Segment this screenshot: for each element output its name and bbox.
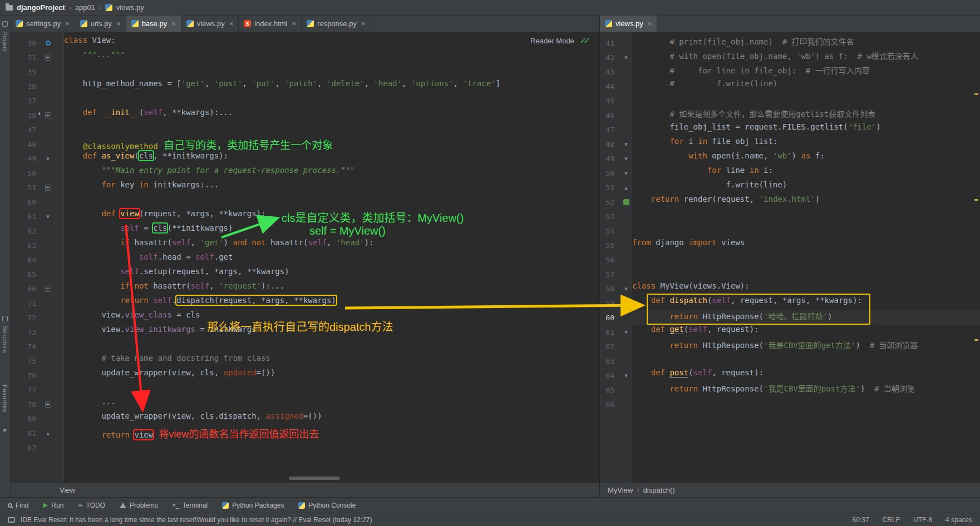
line-number[interactable]: 51: [11, 183, 36, 192]
gutter-line[interactable]: 66+: [11, 281, 63, 296]
line-number[interactable]: 45: [600, 97, 614, 105]
breadcrumb-project[interactable]: djangoProject: [17, 3, 65, 12]
code-line[interactable]: update_wrapper(view, cls, updated=()): [64, 368, 599, 383]
left-editor-code-area[interactable]: 3031+35363738*+474849▾5051+6061▾62636465…: [11, 32, 599, 483]
fold-icon[interactable]: ▾: [620, 54, 632, 61]
gutter-line[interactable]: 56: [600, 252, 632, 267]
run-toolwindow-button[interactable]: Run: [43, 502, 63, 509]
warning-stripe-mark[interactable]: [974, 339, 978, 341]
tool-stripe-favorites[interactable]: Favorites: [2, 385, 8, 413]
python-console-toolwindow-button[interactable]: Python Console: [298, 502, 356, 509]
tab-settings-py[interactable]: settings.py×: [11, 16, 75, 32]
tool-stripe-project[interactable]: Project: [2, 31, 8, 52]
tab-views-py[interactable]: views.py×: [600, 16, 657, 32]
line-number[interactable]: 61: [600, 328, 614, 336]
line-number[interactable]: 54: [600, 227, 614, 235]
gutter-line[interactable]: 61▾: [11, 209, 63, 224]
gutter-line[interactable]: 44: [600, 79, 632, 93]
gutter-line[interactable]: 72: [11, 310, 63, 325]
gutter-line[interactable]: 51+: [11, 180, 63, 195]
gutter-line[interactable]: 78+: [11, 397, 63, 411]
code-line[interactable]: [632, 93, 980, 108]
code-line[interactable]: with open(i.name, 'wb') as f:: [632, 151, 980, 166]
code-line[interactable]: [64, 195, 599, 209]
tool-windows-icon[interactable]: [8, 517, 15, 523]
line-number[interactable]: 60: [600, 314, 614, 322]
close-icon[interactable]: ×: [65, 19, 70, 28]
python-packages-toolwindow-button[interactable]: Python Packages: [222, 502, 284, 509]
code-line[interactable]: return HttpResponse('哈哈。拦路打劫'): [632, 310, 980, 325]
code-line[interactable]: def dispatch(self, request, *args, **kwa…: [632, 296, 980, 310]
close-icon[interactable]: ×: [229, 19, 234, 28]
code-line[interactable]: f.write(line): [632, 180, 980, 195]
line-number[interactable]: 42: [600, 53, 614, 62]
code-line[interactable]: [632, 354, 980, 368]
line-number[interactable]: 37: [11, 97, 36, 105]
line-number[interactable]: 81: [11, 429, 36, 438]
line-number[interactable]: 31: [11, 53, 36, 62]
line-number[interactable]: 35: [11, 68, 36, 76]
gutter-line[interactable]: 53: [600, 209, 632, 224]
line-number[interactable]: 46: [600, 111, 614, 120]
status-message[interactable]: IDE Eval Reset: It has been a long time …: [21, 516, 372, 524]
line-number[interactable]: 30: [11, 39, 36, 47]
gutter-line[interactable]: 42▾: [600, 50, 632, 64]
gutter-line[interactable]: 73: [11, 325, 63, 339]
code-line[interactable]: for i in file_obj_list:: [632, 137, 980, 151]
code-line[interactable]: def as_view(cls, **initkwargs):: [64, 151, 599, 166]
right-editor-gutter[interactable]: 4142▾434445464748▾49▾50▾51▴5253545556575…: [600, 32, 632, 483]
line-number[interactable]: 50: [600, 169, 614, 177]
line-number[interactable]: 57: [600, 270, 614, 279]
tab-base-py[interactable]: base.py×: [126, 16, 181, 32]
code-line[interactable]: [632, 252, 980, 267]
code-line[interactable]: [64, 383, 599, 397]
gutter-line[interactable]: 45: [600, 93, 632, 108]
tab-index-html[interactable]: 5index.html×: [239, 16, 302, 32]
gutter-line[interactable]: 36: [11, 79, 63, 93]
code-line[interactable]: def view(request, *args, **kwargs):: [64, 209, 599, 224]
caret-position[interactable]: 60:37: [853, 516, 869, 524]
line-number[interactable]: 48: [11, 140, 36, 148]
close-icon[interactable]: ×: [361, 19, 366, 28]
gutter-line[interactable]: 82: [11, 440, 63, 455]
gutter-line[interactable]: 49▾: [600, 151, 632, 166]
reader-mode-label[interactable]: Reader Mode: [530, 37, 574, 45]
code-line[interactable]: http_method_names = ['get', 'post', 'put…: [64, 79, 599, 93]
breadcrumb-app01[interactable]: app01: [75, 3, 95, 12]
gutter-line[interactable]: 62: [600, 339, 632, 354]
indent-style[interactable]: 4 spaces: [945, 516, 972, 524]
gutter-line[interactable]: 66: [600, 397, 632, 411]
favorites-star-icon[interactable]: ★: [2, 427, 7, 433]
tool-stripe-structure[interactable]: Structure: [2, 326, 8, 353]
gutter-line[interactable]: 30: [11, 36, 63, 50]
line-number[interactable]: 75: [11, 357, 36, 365]
left-editor-code[interactable]: class View: """...""" http_method_names …: [64, 32, 599, 483]
gutter-line[interactable]: 49▾: [11, 151, 63, 166]
gutter-line[interactable]: 63: [11, 238, 63, 252]
project-tool-icon[interactable]: [2, 21, 8, 27]
close-icon[interactable]: ×: [648, 19, 652, 28]
fold-icon[interactable]: +: [42, 401, 53, 408]
gutter-line[interactable]: 31+: [11, 50, 63, 64]
line-number[interactable]: 49: [600, 155, 614, 163]
gutter-line[interactable]: 81▴: [11, 426, 63, 440]
reader-mode-widget[interactable]: Reader Mode ✓✓: [530, 36, 590, 46]
marker-icon[interactable]: [42, 41, 53, 46]
code-line[interactable]: view.view_class = cls: [64, 310, 599, 325]
line-number[interactable]: 80: [11, 415, 36, 423]
line-number[interactable]: 63: [11, 241, 36, 250]
breadcrumb-view-class[interactable]: View: [60, 486, 75, 494]
tab-response-py[interactable]: response.py×: [302, 16, 371, 32]
code-line[interactable]: self.head = self.get: [64, 252, 599, 267]
horizontal-scrollbar[interactable]: [289, 477, 340, 480]
tab-views-py[interactable]: views.py×: [181, 16, 239, 32]
code-line[interactable]: return self.dispatch(request, *args, **k…: [64, 296, 599, 310]
fold-icon[interactable]: ▾: [42, 155, 53, 162]
gutter-line[interactable]: 38*+: [11, 108, 63, 122]
fold-icon[interactable]: ▾: [620, 285, 632, 292]
right-editor-code-area[interactable]: 4142▾434445464748▾49▾50▾51▴5253545556575…: [600, 32, 980, 483]
code-line[interactable]: ...: [64, 397, 599, 411]
line-number[interactable]: 64: [600, 371, 614, 380]
gutter-line[interactable]: 62: [11, 224, 63, 238]
warning-stripe-mark[interactable]: [974, 199, 978, 201]
